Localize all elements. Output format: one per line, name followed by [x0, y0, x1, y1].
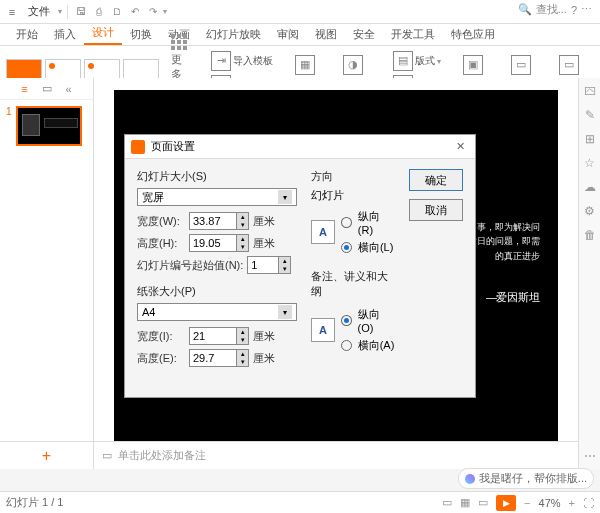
cancel-button[interactable]: 取消 [409, 199, 463, 221]
slide-author: 爱因斯坦 [486, 290, 540, 305]
slideshow-button[interactable]: ▶ [496, 495, 516, 511]
slide-number: 1 [6, 106, 12, 117]
titlebar: ≡ 文件 ▾ 🖫 ⎙ 🗋 ↶ ↷ ▾ 🔍 查找... ? ⋯ [0, 0, 600, 24]
background-icon: ▦ [295, 55, 315, 75]
rail-insert-icon[interactable]: ⊞ [585, 132, 595, 146]
thumb-portrait [22, 114, 40, 136]
hamburger-icon[interactable]: ≡ [4, 4, 20, 20]
dialog-left-column: 幻灯片大小(S) 宽屏▾ 宽度(W):33.87▴▾厘米 高度(H):19.05… [137, 169, 297, 371]
undo-icon[interactable]: ↶ [127, 4, 143, 20]
tab-slideshow[interactable]: 幻灯片放映 [198, 24, 269, 45]
file-menu[interactable]: 文件 [22, 4, 56, 19]
radio-icon [341, 340, 352, 351]
search-placeholder[interactable]: 查找... [536, 2, 567, 17]
assistant-avatar-icon [465, 474, 475, 484]
help-icon[interactable]: ? [571, 4, 577, 16]
notes-placeholder: 单击此处添加备注 [118, 448, 206, 463]
portrait-o-radio[interactable]: 纵向(O) [341, 307, 395, 334]
dialog-body: 幻灯片大小(S) 宽屏▾ 宽度(W):33.87▴▾厘米 高度(H):19.05… [125, 159, 475, 381]
pwidth-input[interactable]: 21▴▾ [189, 327, 249, 345]
radio-icon [341, 315, 352, 326]
tab-transition[interactable]: 切换 [122, 24, 160, 45]
tab-design[interactable]: 设计 [84, 22, 122, 45]
rail-select-icon[interactable]: ⮹ [584, 84, 596, 98]
orientation-preview-icon: A [311, 318, 335, 342]
overflow-icon[interactable]: ⋯ [581, 3, 592, 16]
rail-more-icon[interactable]: ⋯ [584, 449, 596, 463]
slide-size-select[interactable]: 宽屏▾ [137, 188, 297, 206]
slide-position: 幻灯片 1 / 1 [6, 495, 63, 510]
thumbnail-tab-icon[interactable]: ▭ [40, 82, 54, 96]
pwidth-label: 宽度(I): [137, 329, 185, 344]
landscape-l-radio[interactable]: 横向(L) [341, 240, 395, 255]
ok-button[interactable]: 确定 [409, 169, 463, 191]
assistant-text: 我是曙仔，帮你排版... [479, 471, 587, 486]
normal-view-icon[interactable]: ▦ [460, 496, 470, 509]
slide-size-icon: ▭ [559, 55, 579, 75]
dialog-title: 页面设置 [151, 139, 195, 154]
notes-view-icon[interactable]: ▭ [442, 496, 452, 509]
qat-dropdown-icon[interactable]: ▾ [163, 7, 167, 16]
tab-security[interactable]: 安全 [345, 24, 383, 45]
add-slide-button[interactable]: + [0, 441, 94, 469]
slide-size-label: 幻灯片大小(S) [137, 169, 297, 184]
height-label: 高度(H): [137, 236, 185, 251]
paper-size-select[interactable]: A4▾ [137, 303, 297, 321]
radio-icon [341, 217, 352, 228]
collapse-icon[interactable]: « [62, 82, 76, 96]
layout-icon: ▤ [393, 51, 413, 71]
chevron-down-icon: ▾ [278, 190, 292, 204]
slides-orientation-label: 幻灯片 [311, 188, 395, 203]
tab-developer[interactable]: 开发工具 [383, 24, 443, 45]
assistant-chip[interactable]: 我是曙仔，帮你排版... [458, 468, 594, 489]
pheight-input[interactable]: 29.7▴▾ [189, 349, 249, 367]
slide-panel: ≡ ▭ « 1 [0, 78, 94, 469]
master-icon: ▣ [463, 55, 483, 75]
notes-icon: ▭ [102, 449, 112, 462]
zoom-out-icon[interactable]: − [524, 497, 530, 509]
palette-icon: ◑ [343, 55, 363, 75]
search-area: 🔍 查找... ? ⋯ [518, 2, 592, 17]
orientation-preview-icon: A [311, 220, 335, 244]
tab-review[interactable]: 审阅 [269, 24, 307, 45]
rail-tools-icon[interactable]: ⚙ [584, 204, 595, 218]
zoom-level[interactable]: 47% [539, 497, 561, 509]
rail-cloud-icon[interactable]: ☁ [584, 180, 596, 194]
separator [67, 5, 68, 19]
reading-view-icon[interactable]: ▭ [478, 496, 488, 509]
ribbon-tabs: 开始 插入 设计 切换 动画 幻灯片放映 审阅 视图 安全 开发工具 特色应用 [0, 24, 600, 46]
tab-insert[interactable]: 插入 [46, 24, 84, 45]
tab-start[interactable]: 开始 [8, 24, 46, 45]
tab-special[interactable]: 特色应用 [443, 24, 503, 45]
width-input[interactable]: 33.87▴▾ [189, 212, 249, 230]
chevron-down-icon: ▾ [278, 305, 292, 319]
height-input[interactable]: 19.05▴▾ [189, 234, 249, 252]
zoom-in-icon[interactable]: + [569, 497, 575, 509]
orientation-label: 方向 [311, 169, 395, 184]
dialog-mid-column: 方向 幻灯片 A 纵向(R) 横向(L) 备注、讲义和大纲 A 纵向(O) 横向… [311, 169, 395, 371]
thumb-textbox [44, 118, 78, 128]
layout-button[interactable]: ▤版式 [389, 51, 445, 71]
rail-star-icon[interactable]: ☆ [584, 156, 595, 170]
notes-bar[interactable]: ▭ 单击此处添加备注 [94, 441, 578, 469]
rail-trash-icon[interactable]: 🗑 [584, 228, 596, 242]
status-bar: 幻灯片 1 / 1 ▭ ▦ ▭ ▶ − 47% + ⛶ [0, 491, 600, 513]
page-setup-dialog: 页面设置 ✕ 幻灯片大小(S) 宽屏▾ 宽度(W):33.87▴▾厘米 高度(H… [124, 134, 476, 398]
slide-thumbnail[interactable] [16, 106, 82, 146]
slide-item[interactable]: 1 [0, 100, 93, 152]
preview-icon[interactable]: 🗋 [109, 4, 125, 20]
rail-style-icon[interactable]: ✎ [585, 108, 595, 122]
portrait-r-radio[interactable]: 纵向(R) [341, 209, 395, 236]
tab-view[interactable]: 视图 [307, 24, 345, 45]
search-icon[interactable]: 🔍 [518, 3, 532, 16]
print-icon[interactable]: ⎙ [91, 4, 107, 20]
save-icon[interactable]: 🖫 [73, 4, 89, 20]
close-button[interactable]: ✕ [452, 140, 469, 153]
landscape-a-radio[interactable]: 横向(A) [341, 338, 395, 353]
file-menu-dropdown-icon[interactable]: ▾ [58, 7, 62, 16]
outline-tab-icon[interactable]: ≡ [18, 82, 32, 96]
redo-icon[interactable]: ↷ [145, 4, 161, 20]
import-template-button[interactable]: ⇥导入模板 [207, 51, 277, 71]
start-num-input[interactable]: 1▴▾ [247, 256, 291, 274]
fit-icon[interactable]: ⛶ [583, 497, 594, 509]
